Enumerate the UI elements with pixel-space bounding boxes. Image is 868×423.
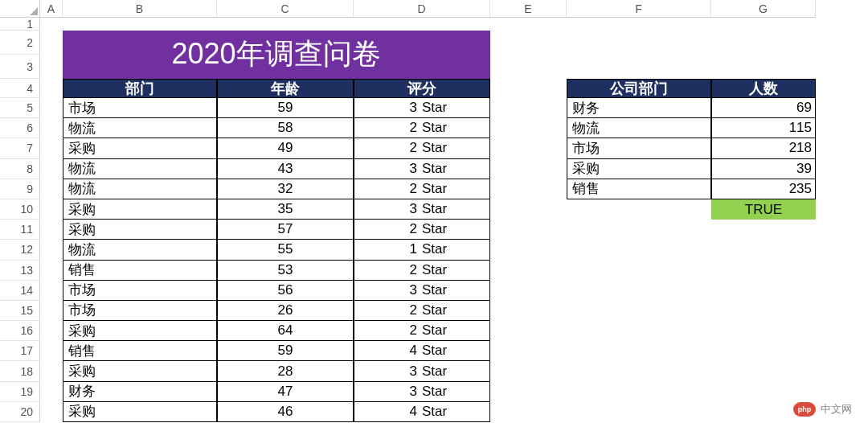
cell-F14[interactable] <box>567 281 711 301</box>
row-header-3[interactable]: 3 <box>0 55 40 79</box>
cell-G16[interactable] <box>711 321 816 341</box>
cell-E16[interactable] <box>490 321 567 341</box>
main-cell-rating[interactable]: 3Star <box>354 159 490 179</box>
row-header-10[interactable]: 10 <box>0 199 40 220</box>
summary-cell-count[interactable]: 69 <box>711 98 816 118</box>
cell-E17[interactable] <box>490 341 567 361</box>
cell-E6[interactable] <box>490 118 567 138</box>
main-cell-age[interactable]: 26 <box>217 301 354 321</box>
summary-cell-dept[interactable]: 物流 <box>567 118 711 138</box>
row-header-17[interactable]: 17 <box>0 341 40 361</box>
cell-E2[interactable] <box>490 31 567 55</box>
main-cell-dept[interactable]: 物流 <box>63 159 217 179</box>
cell-A17[interactable] <box>40 341 63 361</box>
cell-G19[interactable] <box>711 382 816 402</box>
main-cell-dept[interactable]: 市场 <box>63 301 217 321</box>
row-header-2[interactable]: 2 <box>0 31 40 55</box>
cell-E10[interactable] <box>490 199 567 220</box>
main-cell-age[interactable]: 58 <box>217 118 354 138</box>
cell-E9[interactable] <box>490 179 567 199</box>
cell-E15[interactable] <box>490 301 567 321</box>
row-header-13[interactable]: 13 <box>0 261 40 281</box>
main-cell-dept[interactable]: 销售 <box>63 261 217 281</box>
cell-F16[interactable] <box>567 321 711 341</box>
summary-cell-dept[interactable]: 财务 <box>567 98 711 118</box>
cell-D1[interactable] <box>354 18 490 31</box>
main-cell-rating[interactable]: 3Star <box>354 361 490 381</box>
cell-A19[interactable] <box>40 382 63 402</box>
main-cell-dept[interactable]: 采购 <box>63 199 217 220</box>
row-header-20[interactable]: 20 <box>0 402 40 422</box>
cell-F19[interactable] <box>567 382 711 402</box>
cell-E5[interactable] <box>490 98 567 118</box>
row-header-12[interactable]: 12 <box>0 240 40 260</box>
main-cell-age[interactable]: 46 <box>217 402 354 422</box>
cell-F2[interactable] <box>567 31 711 55</box>
summary-cell-dept[interactable]: 销售 <box>567 179 711 199</box>
col-header-B[interactable]: B <box>63 0 217 18</box>
main-cell-age[interactable]: 53 <box>217 261 354 281</box>
col-header-A[interactable]: A <box>40 0 63 18</box>
cell-A18[interactable] <box>40 361 63 381</box>
cell-A8[interactable] <box>40 159 63 179</box>
main-header-dept[interactable]: 部门 <box>63 79 217 98</box>
col-header-D[interactable]: D <box>354 0 490 18</box>
row-header-14[interactable]: 14 <box>0 281 40 301</box>
main-cell-age[interactable]: 47 <box>217 382 354 402</box>
main-header-age[interactable]: 年龄 <box>217 79 354 98</box>
row-header-1[interactable]: 1 <box>0 18 40 31</box>
row-header-11[interactable]: 11 <box>0 220 40 240</box>
cell-E14[interactable] <box>490 281 567 301</box>
main-cell-rating[interactable]: 3Star <box>354 382 490 402</box>
main-cell-rating[interactable]: 2Star <box>354 220 490 240</box>
row-header-4[interactable]: 4 <box>0 79 40 98</box>
cell-F12[interactable] <box>567 240 711 260</box>
summary-result[interactable]: TRUE <box>711 199 816 220</box>
cell-E13[interactable] <box>490 261 567 281</box>
summary-cell-count[interactable]: 235 <box>711 179 816 199</box>
cell-A12[interactable] <box>40 240 63 260</box>
row-header-7[interactable]: 7 <box>0 138 40 158</box>
cell-F3[interactable] <box>567 55 711 79</box>
cell-A20[interactable] <box>40 402 63 422</box>
main-cell-rating[interactable]: 2Star <box>354 301 490 321</box>
cell-A5[interactable] <box>40 98 63 118</box>
main-cell-age[interactable]: 56 <box>217 281 354 301</box>
cell-G17[interactable] <box>711 341 816 361</box>
cell-A3[interactable] <box>40 55 63 79</box>
cell-G15[interactable] <box>711 301 816 321</box>
main-cell-rating[interactable]: 3Star <box>354 199 490 220</box>
row-header-16[interactable]: 16 <box>0 321 40 341</box>
select-all-corner[interactable] <box>0 0 40 18</box>
cell-G13[interactable] <box>711 261 816 281</box>
cell-F13[interactable] <box>567 261 711 281</box>
cell-E19[interactable] <box>490 382 567 402</box>
main-cell-age[interactable]: 49 <box>217 138 354 158</box>
cell-E18[interactable] <box>490 361 567 381</box>
main-cell-age[interactable]: 55 <box>217 240 354 260</box>
main-cell-rating[interactable]: 2Star <box>354 118 490 138</box>
summary-cell-count[interactable]: 115 <box>711 118 816 138</box>
cell-A13[interactable] <box>40 261 63 281</box>
main-cell-rating[interactable]: 3Star <box>354 98 490 118</box>
main-cell-age[interactable]: 35 <box>217 199 354 220</box>
row-header-6[interactable]: 6 <box>0 118 40 138</box>
col-header-G[interactable]: G <box>711 0 816 18</box>
cell-F1[interactable] <box>567 18 711 31</box>
cell-G12[interactable] <box>711 240 816 260</box>
row-header-8[interactable]: 8 <box>0 159 40 179</box>
cell-F15[interactable] <box>567 301 711 321</box>
main-cell-age[interactable]: 59 <box>217 341 354 361</box>
cell-F11[interactable] <box>567 220 711 240</box>
cell-B1[interactable] <box>63 18 217 31</box>
main-cell-dept[interactable]: 采购 <box>63 402 217 422</box>
cell-A7[interactable] <box>40 138 63 158</box>
cell-E11[interactable] <box>490 220 567 240</box>
cell-F10[interactable] <box>567 199 711 220</box>
main-cell-age[interactable]: 43 <box>217 159 354 179</box>
main-cell-rating[interactable]: 2Star <box>354 321 490 341</box>
cell-G1[interactable] <box>711 18 816 31</box>
main-header-rating[interactable]: 评分 <box>354 79 490 98</box>
cell-C1[interactable] <box>217 18 354 31</box>
main-cell-dept[interactable]: 物流 <box>63 179 217 199</box>
